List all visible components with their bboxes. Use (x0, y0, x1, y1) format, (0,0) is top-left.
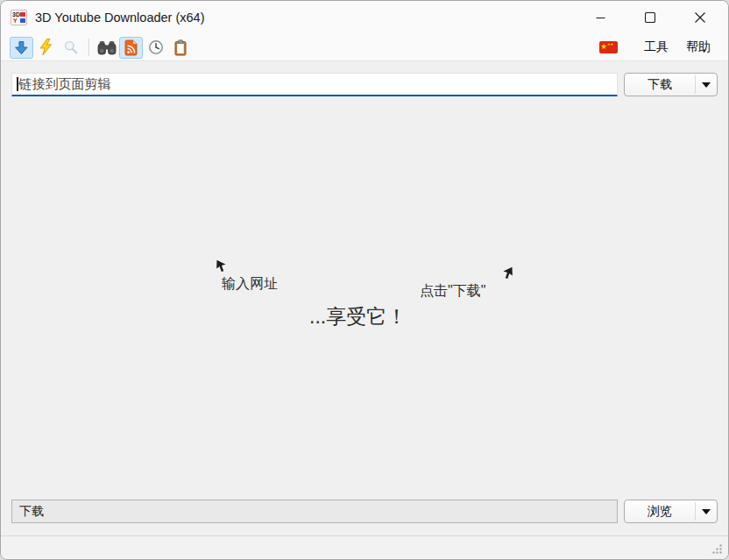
toolbar: ★ ★★ 工具 帮助 (1, 34, 728, 61)
china-flag-icon: ★ (600, 40, 607, 53)
download-split-button[interactable]: 下载 (624, 73, 718, 96)
text-caret (17, 77, 18, 91)
chevron-down-icon (702, 509, 711, 514)
browse-dropdown-button[interactable] (696, 500, 717, 522)
toolbar-button-clipboard[interactable] (168, 37, 192, 59)
download-dropdown-button[interactable] (696, 74, 717, 96)
toolbar-button-rss[interactable] (119, 37, 143, 59)
download-path-field[interactable]: 下载 (11, 500, 618, 523)
rss-feed-icon (124, 39, 138, 56)
toolbar-separator (88, 39, 89, 56)
minimize-icon (596, 13, 605, 23)
lightning-icon (39, 39, 53, 56)
binoculars-icon (97, 40, 117, 55)
chevron-down-icon (702, 82, 711, 88)
maximize-icon (645, 12, 655, 23)
resize-grip[interactable] (711, 543, 723, 555)
main-area: 输入网址 点击"下载" ...享受它！ (1, 105, 728, 501)
menu-help[interactable]: 帮助 (677, 36, 719, 59)
app-logo-icon: 3D Y (11, 10, 27, 25)
logo-red-block (20, 12, 25, 17)
close-button[interactable] (680, 1, 720, 34)
hint-enter-url: 输入网址 (222, 275, 278, 294)
menu-tools[interactable]: 工具 (635, 36, 677, 59)
toolbar-button-search[interactable] (59, 37, 82, 59)
minimize-button[interactable] (580, 1, 620, 34)
download-arrow-icon (14, 40, 29, 55)
url-input-value: 链接到页面剪辑 (19, 76, 111, 93)
history-clock-icon (148, 39, 164, 55)
cursor-arrow-left-icon (216, 259, 227, 273)
bottom-row: 下载 浏览 (11, 500, 718, 523)
search-magnifier-icon (64, 40, 78, 54)
language-flag-button[interactable]: ★ ★★ (599, 41, 618, 53)
window-controls (580, 1, 720, 34)
toolbar-button-lightning[interactable] (34, 37, 58, 59)
logo-blue-block (20, 18, 25, 23)
toolbar-button-download[interactable] (10, 37, 33, 59)
toolbar-button-history[interactable] (144, 37, 167, 59)
logo-3d-glyph: 3D (12, 11, 20, 18)
status-bar (1, 535, 728, 559)
toolbar-button-binoculars[interactable] (95, 37, 118, 59)
cursor-arrow-right-icon (502, 266, 513, 280)
browse-split-button[interactable]: 浏览 (624, 500, 718, 523)
hint-enjoy: ...享受它！ (309, 303, 407, 330)
clipboard-icon (173, 39, 188, 56)
logo-y-glyph: Y (13, 18, 18, 25)
browse-button-label[interactable]: 浏览 (625, 500, 695, 522)
hint-click-download: 点击"下载" (420, 282, 485, 301)
app-window: 3D Y 3D Youtube Downloader (x64) (0, 0, 729, 560)
download-button-label[interactable]: 下载 (625, 74, 695, 96)
url-row: 链接到页面剪辑 下载 (1, 61, 728, 105)
maximize-button[interactable] (630, 1, 670, 34)
title-bar: 3D Y 3D Youtube Downloader (x64) (1, 1, 728, 34)
url-input[interactable]: 链接到页面剪辑 (11, 73, 618, 96)
window-title: 3D Youtube Downloader (x64) (35, 11, 204, 25)
china-flag-small-stars: ★★ (607, 42, 613, 46)
close-icon (695, 12, 705, 23)
download-path-label: 下载 (19, 504, 44, 520)
